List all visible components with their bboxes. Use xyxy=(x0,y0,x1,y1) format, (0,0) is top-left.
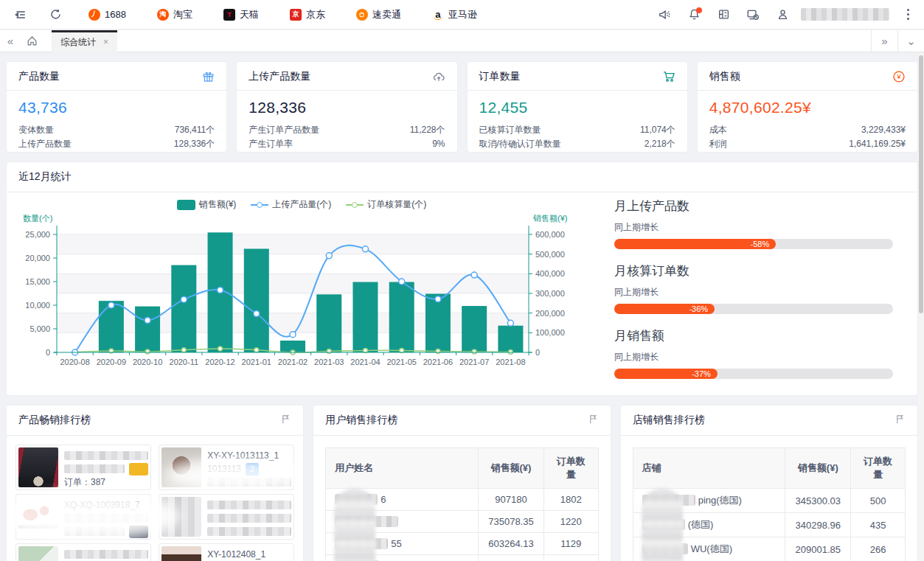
legend-swatch xyxy=(177,200,195,210)
progress-label: -58% xyxy=(751,239,770,249)
sales-cell: 340298.96 xyxy=(785,513,851,537)
close-tab-icon[interactable]: × xyxy=(103,37,108,47)
more-options-icon[interactable] xyxy=(900,9,917,20)
name-suffix: (德国) xyxy=(688,519,714,530)
monthly-stats-card: 近12月统计 销售额(¥) 上传产品量(个) 订单核算量(个) xyxy=(6,161,918,396)
panel-shop-sales-ranking: 店铺销售排行榜 店铺 销售额(¥) 订单数量 ping(德国)345300.03… xyxy=(620,405,918,561)
product-card[interactable]: 订单：387 xyxy=(15,445,151,490)
stat-card-products: 产品数量 43,736 变体数量736,411个 上传产品数量128,336个 xyxy=(6,61,227,153)
tabs-menu-chevron-icon[interactable]: ⌄ xyxy=(897,30,924,52)
svg-text:5,000: 5,000 xyxy=(29,324,50,333)
tabs-scroll-left-icon[interactable]: « xyxy=(0,30,21,52)
collapse-menu-icon[interactable] xyxy=(7,5,32,24)
card-title: 产品数量 xyxy=(18,70,60,83)
redacted-text xyxy=(64,464,125,473)
user-profile-icon[interactable] xyxy=(771,5,793,24)
jd-favicon: 京 xyxy=(290,9,302,21)
announcement-icon[interactable] xyxy=(653,5,675,24)
product-card[interactable]: XY-XY-1013113_110131132 xyxy=(159,445,294,490)
orders-cell: 1220 xyxy=(543,511,598,533)
product-image xyxy=(18,546,58,561)
svg-text:10,000: 10,000 xyxy=(25,301,50,310)
user-sales-table: 用户姓名 销售额(¥) 订单数量 69071801802735078.35122… xyxy=(325,447,598,561)
svg-text:2021-08: 2021-08 xyxy=(496,358,525,366)
legend-swatch xyxy=(251,201,268,209)
marketplace-tabs: ⼃ 1688 淘 淘宝 T 天猫 京 京东 速卖通 a xyxy=(88,8,477,21)
progress-fill: -37% xyxy=(614,369,718,379)
svg-text:2020-09: 2020-09 xyxy=(97,358,126,366)
tabs-scroll-right-icon[interactable]: » xyxy=(871,30,897,52)
product-text: 订单：387 xyxy=(64,476,105,489)
home-icon[interactable] xyxy=(21,30,43,52)
product-badge xyxy=(129,463,148,475)
card-value: 128,336 xyxy=(249,99,445,116)
scrollbar-thumb[interactable] xyxy=(919,55,923,313)
aliexpress-favicon xyxy=(356,9,368,21)
flag-icon xyxy=(588,414,599,427)
orders-cell: 500 xyxy=(851,489,906,513)
ranking-panels-row: 产品畅销排行榜 订单：387XY-XY-1013113_110131132XQ-… xyxy=(6,405,918,561)
svg-text:¥: ¥ xyxy=(896,72,901,80)
tab-label: 亚马逊 xyxy=(448,8,477,21)
stat-card-uploads: 上传产品数量 128,336 产生订单产品数量11,228个 产生订单率9% xyxy=(236,61,457,153)
col-orders: 订单数量 xyxy=(543,448,598,489)
name-suffix: 6 xyxy=(381,494,386,505)
card-title: 销售额 xyxy=(709,70,740,83)
sales-cell: 603264.13 xyxy=(479,533,544,555)
product-card[interactable]: XY-1012408_1 xyxy=(159,543,294,561)
task-monitor-icon[interactable] xyxy=(742,5,764,24)
user-name-cell: 6 xyxy=(326,489,479,511)
cart-icon xyxy=(662,70,675,83)
svg-text:0: 0 xyxy=(46,348,50,357)
product-text: XY-XY-1013113_1 xyxy=(207,450,279,461)
card-title: 订单数量 xyxy=(479,70,521,83)
tab-tmall[interactable]: T 天猫 xyxy=(223,8,259,21)
tab-taobao[interactable]: 淘 淘宝 xyxy=(157,8,192,21)
1688-favicon: ⼃ xyxy=(88,9,100,21)
product-card[interactable] xyxy=(159,494,294,540)
tabbar-right: » ⌄ xyxy=(871,30,924,52)
gift-icon xyxy=(202,71,215,83)
vertical-scrollbar xyxy=(918,52,924,561)
growth-subtitle: 同上期增长 xyxy=(614,351,893,363)
svg-text:销售额(¥): 销售额(¥) xyxy=(532,214,567,223)
tab-jd[interactable]: 京 京东 xyxy=(290,8,325,21)
svg-text:2021-01: 2021-01 xyxy=(242,358,271,366)
product-card[interactable]: XQ-XQ-1003918_7 xyxy=(15,494,151,540)
row-label: 产生订单率 xyxy=(249,137,293,151)
product-card[interactable] xyxy=(15,543,151,561)
tab-amazon[interactable]: a 亚马逊 xyxy=(432,8,477,21)
orders-cell: 1394 xyxy=(543,555,598,561)
notifications-bell-icon[interactable] xyxy=(683,5,705,24)
refresh-icon[interactable] xyxy=(43,5,68,24)
legend-item-orders[interactable]: 订单核算量(个) xyxy=(346,198,426,211)
card-value: 12,455 xyxy=(479,99,675,116)
tmall-favicon: T xyxy=(223,9,235,21)
svg-text:2020-11: 2020-11 xyxy=(170,358,199,366)
topbar-right-icons xyxy=(653,5,924,24)
progress-label: -36% xyxy=(689,304,708,314)
panel-user-sales-ranking: 用户销售排行榜 用户姓名 销售额(¥) 订单数量 690718018027350… xyxy=(313,405,611,561)
tab-statistics[interactable]: 综合统计 × xyxy=(52,30,117,52)
cloud-upload-icon xyxy=(432,70,445,83)
svg-text:300,000: 300,000 xyxy=(535,289,565,298)
legend-item-uploads[interactable]: 上传产品量(个) xyxy=(251,198,331,211)
table-row: ping(德国)345300.03500 xyxy=(633,489,905,513)
svg-text:2021-07: 2021-07 xyxy=(459,358,489,366)
tab-label: 1688 xyxy=(105,9,126,20)
apps-grid-icon[interactable] xyxy=(712,5,734,24)
card-value: 43,736 xyxy=(18,99,215,116)
tab-aliexpress[interactable]: 速卖通 xyxy=(356,8,401,21)
browser-topbar: ⼃ 1688 淘 淘宝 T 天猫 京 京东 速卖通 a xyxy=(0,0,924,29)
legend-item-sales[interactable]: 销售额(¥) xyxy=(177,198,237,211)
tab-title: 综合统计 xyxy=(60,36,96,49)
shop-sales-table: 店铺 销售额(¥) 订单数量 ping(德国)345300.03500(德国)3… xyxy=(633,447,906,561)
section-title: 近12月统计 xyxy=(18,170,72,184)
redacted-text xyxy=(207,514,291,523)
row-label: 变体数量 xyxy=(18,123,54,137)
row-label: 已核算订单数量 xyxy=(479,123,541,137)
legend-label: 上传产品量(个) xyxy=(272,198,331,211)
card-title: 上传产品数量 xyxy=(249,70,310,83)
tab-1688[interactable]: ⼃ 1688 xyxy=(88,9,126,21)
progress-track: -37% xyxy=(614,369,893,379)
